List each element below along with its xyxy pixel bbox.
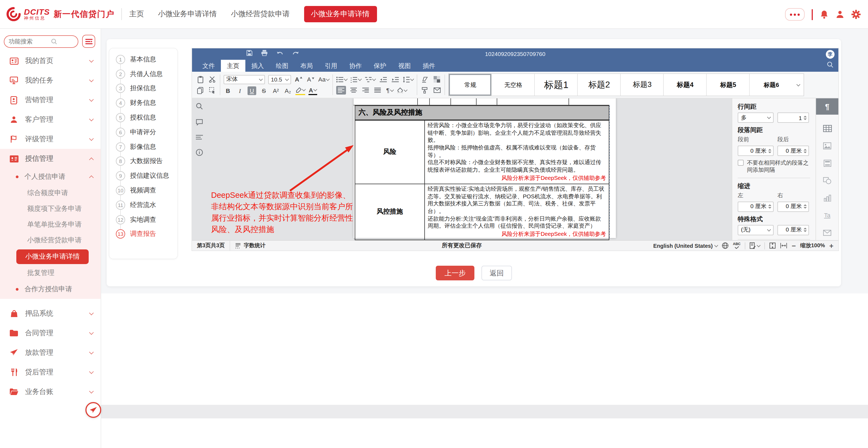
floating-send-button[interactable] (85, 402, 101, 418)
subscript-button[interactable]: A₂ (283, 86, 292, 95)
nav-tab-home[interactable]: 主页 (129, 9, 144, 19)
menu-tab-home[interactable]: 主页 (221, 60, 245, 72)
numbered-list-icon[interactable] (351, 75, 362, 84)
nav-tab-micro-detail[interactable]: 小微业务申请详情 (158, 9, 217, 19)
decrease-indent-icon[interactable] (379, 75, 388, 84)
line-spacing-type-select[interactable]: 多 (738, 112, 774, 123)
shrink-font-icon[interactable]: A (306, 75, 315, 84)
sidebar-item-post-loan[interactable]: 贷后管理 (0, 363, 101, 382)
zoom-level[interactable]: 缩放100% (800, 242, 825, 249)
step-item[interactable]: 9授信建议信息 (110, 169, 177, 183)
envelope-icon[interactable] (433, 86, 441, 95)
avatar[interactable]: 李 (826, 50, 835, 59)
space-before-input[interactable]: 0 厘米 (738, 146, 774, 156)
nav-tab-micro-detail-active[interactable]: 小微业务申请详情 (304, 6, 377, 22)
bold-button[interactable]: B (224, 86, 232, 95)
sidebar-item-partner-credit[interactable]: 合作方授信申请 (0, 282, 101, 299)
style-heading2[interactable]: 标题2 (578, 74, 621, 96)
italic-button[interactable]: I (236, 86, 244, 95)
align-left-button[interactable] (337, 86, 346, 95)
header-footer-panel-tab[interactable] (822, 158, 833, 168)
menu-tab-collaborate[interactable]: 协作 (343, 60, 368, 72)
bullet-list-icon[interactable] (337, 75, 347, 84)
step-item[interactable]: 5授权信息 (110, 110, 177, 125)
sidebar-item-composite-quota[interactable]: 综合额度申请 (0, 185, 101, 201)
step-item[interactable]: 2共借人信息 (110, 67, 177, 81)
sidebar-item-under-quota-business[interactable]: 额度项下业务申请 (0, 201, 101, 217)
menu-tab-file[interactable]: 文件 (196, 60, 221, 72)
text-art-panel-tab[interactable]: Ta (822, 210, 833, 220)
space-after-input[interactable]: 0 厘米 (777, 146, 809, 156)
language-select[interactable]: English (United States) (653, 243, 718, 249)
notifications-bell-icon[interactable] (819, 10, 828, 19)
word-count-button[interactable]: 字数统计 (230, 240, 270, 251)
globe-icon[interactable] (722, 242, 728, 249)
style-heading1[interactable]: 标题1 (535, 74, 578, 96)
step-item[interactable]: 3担保信息 (110, 81, 177, 96)
menu-tab-layout[interactable]: 布局 (294, 60, 319, 72)
find-icon[interactable] (195, 103, 203, 110)
document-page[interactable]: 六、风险及风控措施 风险 经营风险：小微企业市场竞争力弱，易受行业波动（如政策变… (353, 98, 616, 238)
strikethrough-button[interactable]: S (259, 86, 268, 95)
step-item[interactable]: 10视频调查 (110, 183, 177, 198)
step-item[interactable]: 12实地调查 (110, 212, 177, 227)
font-size-select[interactable]: 10.5 (268, 75, 291, 84)
menu-tab-plugins[interactable]: 插件 (417, 60, 441, 72)
style-heading3[interactable]: 标题3 (621, 74, 664, 96)
select-icon[interactable] (208, 86, 217, 95)
editor-search-icon[interactable] (827, 61, 833, 68)
search-input[interactable] (9, 38, 51, 44)
copy-icon[interactable] (196, 86, 205, 95)
style-no-space[interactable]: 无空格 (492, 74, 535, 96)
nav-tab-micro-loan-apply[interactable]: 小微经营贷款申请 (231, 9, 290, 19)
multilevel-list-icon[interactable] (365, 75, 376, 84)
cut-icon[interactable] (208, 75, 217, 84)
style-heading5[interactable]: 标题5 (707, 74, 750, 96)
menu-tab-references[interactable]: 引用 (319, 60, 343, 72)
step-item[interactable]: 11经营流水 (110, 198, 177, 212)
sidebar-item-credit-management[interactable]: 授信管理 (0, 149, 101, 168)
shapes-panel-tab[interactable] (822, 175, 833, 185)
image-panel-tab[interactable] (822, 141, 833, 150)
sidebar-search[interactable] (4, 35, 78, 47)
clear-format-icon[interactable] (421, 75, 430, 84)
menu-collapse-button[interactable] (82, 35, 95, 48)
sidebar-item-micro-loan-apply[interactable]: 小微经营贷款申请 (0, 233, 101, 248)
sidebar-item-approval-management[interactable]: 批复管理 (0, 265, 101, 281)
sidebar-item-personal-credit[interactable]: 个人授信申请 (0, 168, 101, 185)
sidebar-item-my-home[interactable]: 我的首页 (0, 51, 101, 71)
sidebar-item-customers[interactable]: 客户管理 (0, 110, 101, 129)
styles-more-chevron[interactable] (793, 74, 804, 96)
mail-merge-panel-tab[interactable] (822, 228, 833, 237)
more-actions-button[interactable] (785, 8, 805, 21)
fit-width-icon[interactable] (780, 243, 787, 248)
style-normal[interactable]: 常规 (449, 74, 492, 96)
superscript-button[interactable]: A² (272, 86, 280, 95)
underline-button[interactable]: U (248, 86, 256, 95)
step-item[interactable]: 4财务信息 (110, 96, 177, 111)
step-item-current[interactable]: 13调查报告 (110, 227, 177, 242)
paste-icon[interactable] (196, 75, 205, 84)
menu-tab-draw[interactable]: 绘图 (270, 60, 294, 72)
zoom-in-button[interactable]: + (829, 242, 833, 250)
spellcheck-icon[interactable]: ABC (733, 243, 740, 249)
format-painter-icon[interactable] (421, 86, 430, 95)
return-button[interactable]: 返回 (482, 266, 512, 280)
comments-icon[interactable] (195, 119, 203, 126)
user-profile-icon[interactable] (835, 10, 844, 19)
sidebar-item-micro-detail-active[interactable]: 小微业务申请详情 (16, 249, 89, 264)
sidebar-item-collateral[interactable]: 押品系统 (0, 304, 101, 323)
style-heading4[interactable]: 标题4 (664, 74, 707, 96)
menu-tab-view[interactable]: 视图 (392, 60, 417, 72)
sidebar-item-single-batch[interactable]: 单笔单批业务申请 (0, 217, 101, 233)
increase-indent-icon[interactable] (391, 75, 400, 84)
font-color-button[interactable]: A (308, 86, 317, 95)
special-format-amount[interactable]: 0 厘米 (777, 225, 809, 235)
previous-step-button[interactable]: 上一步 (436, 266, 474, 280)
grow-font-icon[interactable]: A (294, 75, 303, 84)
fit-page-icon[interactable] (769, 242, 776, 249)
highlight-pen-icon[interactable] (296, 86, 305, 95)
justify-button[interactable] (373, 86, 382, 95)
special-format-select[interactable]: (无) (738, 225, 774, 235)
info-icon[interactable] (195, 149, 203, 156)
